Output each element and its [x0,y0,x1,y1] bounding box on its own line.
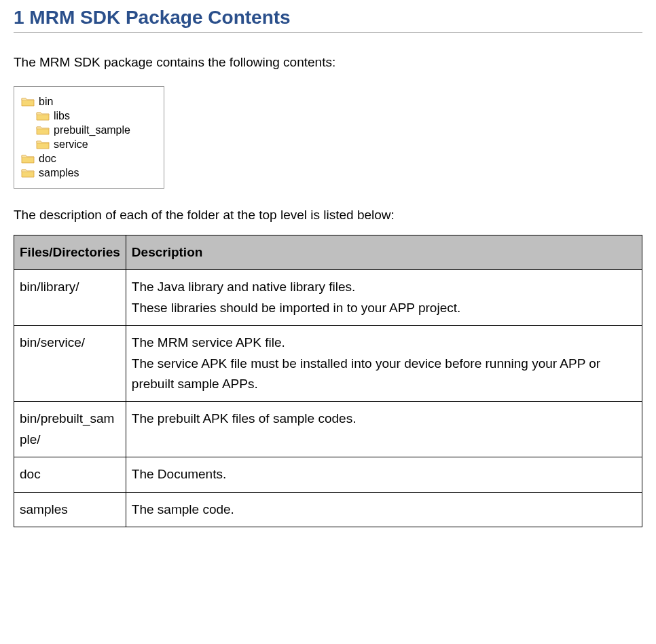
intro-text: The MRM SDK package contains the followi… [14,53,642,73]
folder-icon [21,153,35,164]
table-cell-name: samples [14,492,126,527]
table-cell-desc: The prebuilt APK files of sample codes. [126,402,642,457]
table-cell-desc: The sample code. [126,492,642,527]
table-header-files: Files/Directories [14,235,126,270]
folder-label: doc [39,153,56,165]
page-title: 1 MRM SDK Package Contents [14,7,642,29]
folder-icon [36,125,50,136]
folder-label: service [54,138,88,151]
table-header-description: Description [126,235,642,270]
folder-item: samples [21,167,157,179]
folder-icon [36,111,50,121]
table-row: samplesThe sample code. [14,492,642,527]
folder-icon [36,139,50,150]
table-cell-name: doc [14,457,126,492]
table-cell-name: bin/prebuilt_sample/ [14,402,126,457]
table-cell-desc: The Java library and native library file… [126,270,642,326]
table-row: bin/prebuilt_sample/The prebuilt APK fil… [14,402,642,457]
folder-item: bin [21,96,157,108]
table-cell-name: bin/service/ [14,326,126,402]
divider [14,32,642,33]
folder-item: service [36,138,157,151]
folder-label: libs [54,110,70,122]
folder-item: prebuilt_sample [36,124,157,136]
folder-icon [21,168,35,178]
folder-item: doc [21,153,157,165]
description-intro: The description of each of the folder at… [14,206,642,225]
folder-label: prebuilt_sample [54,124,130,136]
folder-tree-image: binlibsprebuilt_sampleservicedocsamples [14,86,164,189]
table-cell-desc: The Documents. [126,457,642,492]
folder-description-table: Files/Directories Description bin/librar… [14,235,642,527]
table-row: bin/library/The Java library and native … [14,270,642,326]
table-cell-name: bin/library/ [14,270,126,326]
folder-item: libs [36,110,157,122]
table-row: bin/service/The MRM service APK file.The… [14,326,642,402]
folder-label: samples [39,167,79,179]
folder-icon [21,96,35,107]
folder-label: bin [39,96,53,108]
table-row: docThe Documents. [14,457,642,492]
table-cell-desc: The MRM service APK file.The service APK… [126,326,642,402]
